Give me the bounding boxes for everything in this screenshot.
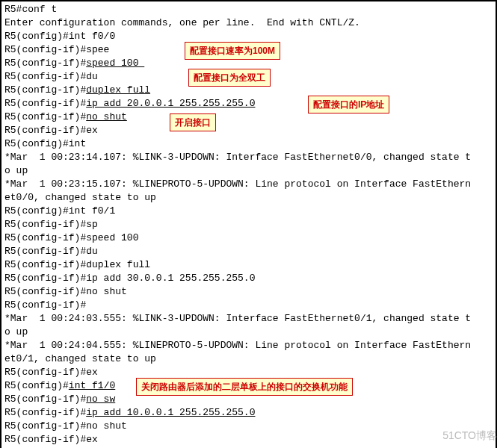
log-line: et0/0, changed state to up: [4, 191, 493, 205]
terminal-line: R5(config-if)#duplex full: [4, 258, 493, 272]
log-line: *Mar 1 00:24:04.555: %LINEPROTO-5-UPDOWN…: [4, 339, 493, 352]
terminal-line: R5(config-if)#speed 100: [4, 231, 493, 245]
annotation-duplex: 配置接口为全双工: [188, 69, 271, 87]
log-line: *Mar 1 00:24:03.555: %LINK-3-UPDOWN: Int…: [4, 312, 493, 326]
command-no-shut: no shut: [86, 111, 127, 122]
prompt: R5(config-if)#: [4, 98, 86, 109]
watermark: 51CTO博客: [442, 429, 497, 442]
log-line: o up: [4, 164, 493, 178]
terminal-line: R5(config)#int f0/1: [4, 205, 493, 218]
terminal-line: R5(config-if)#no shut: [4, 420, 493, 433]
log-line: *Mar 1 00:23:14.107: %LINK-3-UPDOWN: Int…: [4, 151, 493, 164]
command-no-sw: no sw: [86, 393, 115, 405]
terminal-line: R5(config-if)#ip add 20.0.0.1 255.255.25…: [4, 97, 493, 111]
terminal-line: R5(config-if)#ex: [4, 124, 493, 137]
prompt: R5(config-if)#: [4, 84, 86, 96]
command-speed: speed 100: [86, 57, 144, 69]
annotation-noshut: 开启接口: [170, 113, 216, 131]
annotation-speed: 配置接口速率为100M: [185, 42, 280, 60]
prompt: R5(config-if)#: [4, 407, 86, 418]
log-line: o up: [4, 326, 493, 339]
terminal-line: R5(config-if)#: [4, 299, 493, 312]
terminal-window[interactable]: R5#conf t Enter configuration commands, …: [0, 0, 497, 448]
terminal-line: R5(config-if)#no shut: [4, 111, 493, 124]
terminal-line: Enter configuration commands, one per li…: [4, 16, 493, 30]
log-line: et0/1, changed state to up: [4, 352, 493, 366]
prompt: R5(config-if)#: [4, 393, 86, 405]
prompt: R5(config-if)#: [4, 57, 86, 69]
terminal-line: R5(config-if)#sp: [4, 218, 493, 231]
log-line: *Mar 1 00:23:15.107: %LINEPROTO-5-UPDOWN…: [4, 178, 493, 191]
command-duplex: duplex full: [86, 84, 150, 96]
command-int-f10: int f1/0: [69, 380, 115, 391]
terminal-line: R5(config-if)#du: [4, 245, 493, 258]
terminal-line: R5(config-if)#ex: [4, 433, 493, 447]
prompt: R5(config)#: [4, 380, 69, 391]
terminal-line: R5(config)#int: [4, 137, 493, 151]
annotation-ip: 配置接口的IP地址: [308, 96, 389, 113]
terminal-line: R5(config-if)#ip add 30.0.0.1 255.255.25…: [4, 272, 493, 285]
terminal-line: R5#conf t: [4, 3, 493, 16]
command-ip-add-10: ip add 10.0.0.1 255.255.255.0: [86, 407, 255, 418]
command-ip-add: ip add 20.0.0.1 255.255.255.0: [86, 98, 255, 109]
prompt: R5(config-if)#: [4, 111, 86, 122]
terminal-line: R5(config-if)#ip add 10.0.0.1 255.255.25…: [4, 406, 493, 420]
annotation-nosw: 关闭路由器后添加的二层单板上的接口的交换机功能: [136, 378, 353, 396]
terminal-line: R5(config-if)#no shut: [4, 285, 493, 299]
